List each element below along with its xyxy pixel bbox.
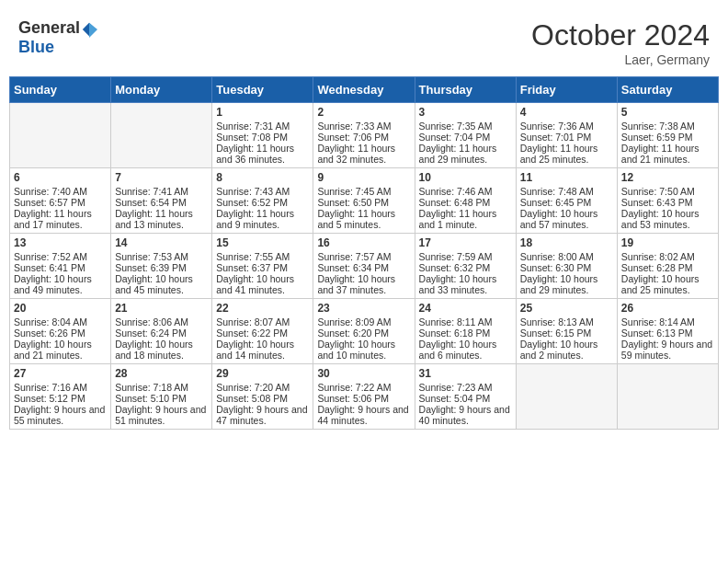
sunset-text: Sunset: 6:59 PM	[621, 132, 693, 143]
day-number: 31	[419, 367, 512, 380]
day-number: 20	[14, 302, 107, 315]
sunset-text: Sunset: 6:39 PM	[115, 262, 187, 273]
daylight-text: Daylight: 9 hours and 59 minutes.	[621, 339, 712, 361]
sunset-text: Sunset: 7:08 PM	[216, 132, 288, 143]
sunrise-text: Sunrise: 7:59 AM	[419, 251, 493, 262]
sunrise-text: Sunrise: 8:09 AM	[317, 316, 391, 327]
day-number: 7	[115, 171, 208, 184]
daylight-text: Daylight: 11 hours and 21 minutes.	[621, 143, 700, 165]
day-number: 28	[115, 367, 208, 380]
sunrise-text: Sunrise: 7:23 AM	[419, 382, 493, 393]
table-row: 8 Sunrise: 7:43 AM Sunset: 6:52 PM Dayli…	[212, 168, 313, 234]
sunrise-text: Sunrise: 7:48 AM	[520, 186, 594, 197]
day-number: 26	[621, 302, 714, 315]
table-row: 17 Sunrise: 7:59 AM Sunset: 6:32 PM Dayl…	[415, 234, 516, 299]
daylight-text: Daylight: 11 hours and 5 minutes.	[317, 208, 395, 230]
sunset-text: Sunset: 5:06 PM	[317, 393, 389, 404]
day-number: 6	[14, 171, 107, 184]
day-number: 12	[621, 171, 714, 184]
sunrise-text: Sunrise: 8:14 AM	[621, 316, 695, 327]
table-row: 16 Sunrise: 7:57 AM Sunset: 6:34 PM Dayl…	[313, 234, 415, 299]
sunrise-text: Sunrise: 7:40 AM	[14, 186, 87, 197]
sunset-text: Sunset: 6:15 PM	[520, 327, 592, 339]
sunrise-text: Sunrise: 8:02 AM	[621, 251, 695, 262]
daylight-text: Daylight: 10 hours and 2 minutes.	[520, 339, 598, 361]
table-row: 21 Sunrise: 8:06 AM Sunset: 6:24 PM Dayl…	[111, 299, 212, 364]
sunrise-text: Sunrise: 7:41 AM	[115, 186, 188, 197]
day-number: 11	[520, 171, 613, 184]
sunrise-text: Sunrise: 7:52 AM	[14, 251, 87, 262]
daylight-text: Daylight: 11 hours and 13 minutes.	[115, 208, 193, 230]
page-header: General Blue October 2024 Laer, Germany	[9, 9, 719, 72]
sunrise-text: Sunrise: 8:06 AM	[115, 316, 188, 327]
sunrise-text: Sunrise: 8:04 AM	[14, 316, 87, 327]
sunrise-text: Sunrise: 7:33 AM	[317, 121, 391, 132]
sunset-text: Sunset: 6:54 PM	[115, 197, 187, 208]
table-row: 27 Sunrise: 7:16 AM Sunset: 5:12 PM Dayl…	[10, 364, 111, 430]
day-number: 2	[317, 106, 410, 119]
calendar-week-4: 20 Sunrise: 8:04 AM Sunset: 6:26 PM Dayl…	[10, 299, 719, 364]
svg-marker-1	[89, 23, 97, 38]
day-number: 14	[115, 236, 208, 249]
daylight-text: Daylight: 10 hours and 49 minutes.	[14, 273, 92, 295]
sunset-text: Sunset: 6:37 PM	[216, 262, 288, 273]
table-row: 15 Sunrise: 7:55 AM Sunset: 6:37 PM Dayl…	[212, 234, 313, 299]
table-row: 18 Sunrise: 8:00 AM Sunset: 6:30 PM Dayl…	[516, 234, 617, 299]
sunset-text: Sunset: 6:32 PM	[419, 262, 491, 273]
day-number: 15	[216, 236, 309, 249]
col-thursday: Thursday	[415, 77, 516, 103]
table-row: 6 Sunrise: 7:40 AM Sunset: 6:57 PM Dayli…	[10, 168, 111, 234]
day-number: 29	[216, 367, 309, 380]
day-number: 8	[216, 171, 309, 184]
sunrise-text: Sunrise: 8:07 AM	[216, 316, 290, 327]
sunset-text: Sunset: 6:18 PM	[419, 327, 491, 339]
month-year: October 2024	[531, 18, 710, 52]
daylight-text: Daylight: 11 hours and 29 minutes.	[419, 143, 497, 165]
daylight-text: Daylight: 10 hours and 29 minutes.	[520, 273, 598, 295]
day-number: 21	[115, 302, 208, 315]
sunset-text: Sunset: 6:22 PM	[216, 327, 288, 339]
location: Laer, Germany	[531, 52, 710, 67]
sunset-text: Sunset: 6:43 PM	[621, 197, 693, 208]
day-number: 1	[216, 106, 309, 119]
logo-general: General	[18, 18, 80, 37]
day-number: 24	[419, 302, 512, 315]
sunrise-text: Sunrise: 7:31 AM	[216, 121, 290, 132]
day-number: 10	[419, 171, 512, 184]
sunrise-text: Sunrise: 7:43 AM	[216, 186, 290, 197]
sunrise-text: Sunrise: 7:22 AM	[317, 382, 391, 393]
table-row: 4 Sunrise: 7:36 AM Sunset: 7:01 PM Dayli…	[516, 103, 617, 168]
sunset-text: Sunset: 6:26 PM	[14, 327, 85, 339]
table-row: 2 Sunrise: 7:33 AM Sunset: 7:06 PM Dayli…	[313, 103, 415, 168]
daylight-text: Daylight: 9 hours and 47 minutes.	[216, 404, 307, 426]
sunrise-text: Sunrise: 7:35 AM	[419, 121, 493, 132]
sunset-text: Sunset: 5:04 PM	[419, 393, 491, 404]
logo-icon	[81, 21, 97, 38]
col-tuesday: Tuesday	[212, 77, 313, 103]
daylight-text: Daylight: 9 hours and 51 minutes.	[115, 404, 206, 426]
daylight-text: Daylight: 9 hours and 55 minutes.	[14, 404, 105, 426]
col-friday: Friday	[516, 77, 617, 103]
daylight-text: Daylight: 10 hours and 57 minutes.	[520, 208, 598, 230]
daylight-text: Daylight: 11 hours and 17 minutes.	[14, 208, 92, 230]
day-number: 16	[317, 236, 410, 249]
sunset-text: Sunset: 6:57 PM	[14, 197, 85, 208]
day-number: 18	[520, 236, 613, 249]
daylight-text: Daylight: 10 hours and 14 minutes.	[216, 339, 294, 361]
daylight-text: Daylight: 11 hours and 32 minutes.	[317, 143, 395, 165]
daylight-text: Daylight: 9 hours and 40 minutes.	[419, 404, 510, 426]
sunset-text: Sunset: 6:34 PM	[317, 262, 389, 273]
sunset-text: Sunset: 7:04 PM	[419, 132, 491, 143]
daylight-text: Daylight: 10 hours and 25 minutes.	[621, 273, 700, 295]
sunrise-text: Sunrise: 7:20 AM	[216, 382, 290, 393]
sunset-text: Sunset: 6:30 PM	[520, 262, 592, 273]
table-row: 20 Sunrise: 8:04 AM Sunset: 6:26 PM Dayl…	[10, 299, 111, 364]
sunset-text: Sunset: 6:24 PM	[115, 327, 187, 339]
day-number: 3	[419, 106, 512, 119]
daylight-text: Daylight: 10 hours and 10 minutes.	[317, 339, 395, 361]
sunrise-text: Sunrise: 7:55 AM	[216, 251, 290, 262]
table-row: 12 Sunrise: 7:50 AM Sunset: 6:43 PM Dayl…	[617, 168, 718, 234]
table-row: 10 Sunrise: 7:46 AM Sunset: 6:48 PM Dayl…	[415, 168, 516, 234]
daylight-text: Daylight: 10 hours and 45 minutes.	[115, 273, 193, 295]
table-row: 22 Sunrise: 8:07 AM Sunset: 6:22 PM Dayl…	[212, 299, 313, 364]
